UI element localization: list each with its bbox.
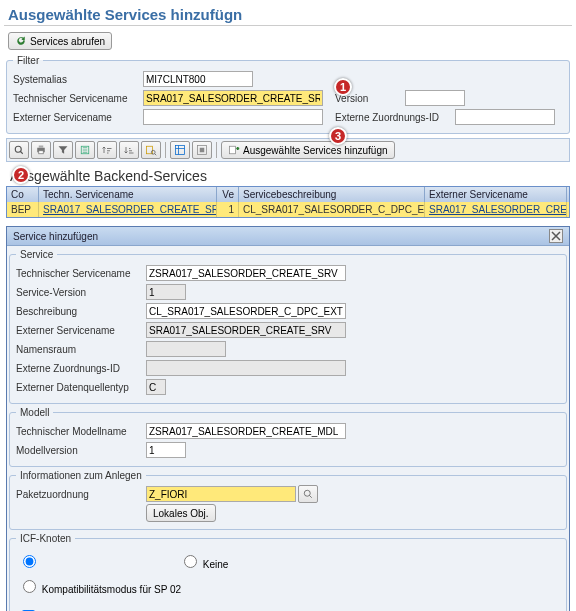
svc-ns-input[interactable] xyxy=(146,341,226,357)
dialog-title: Service hinzufügen xyxy=(13,231,98,242)
svc-extname-input[interactable] xyxy=(146,322,346,338)
add-service-dialog: Service hinzufügen Service Technischer S… xyxy=(6,226,570,611)
svc-extid-input[interactable] xyxy=(146,360,346,376)
model-ver-input[interactable] xyxy=(146,442,186,458)
sysalias-label: Systemalias xyxy=(13,74,143,85)
toolbar-divider xyxy=(216,142,217,158)
svc-version-input[interactable] xyxy=(146,284,186,300)
svc-ns-label: Namensraum xyxy=(16,344,146,355)
filter-legend: Filter xyxy=(13,55,43,66)
cell-desc: CL_SRA017_SALESORDER_C_DPC_EXT xyxy=(239,202,425,217)
icf-group: ICF-Knoten Keine Kompatibilitätsmodus fü… xyxy=(9,533,567,611)
dialog-titlebar: Service hinzufügen xyxy=(7,227,569,246)
svg-rect-9 xyxy=(230,146,236,154)
find-icon[interactable] xyxy=(141,141,161,159)
service-legend: Service xyxy=(16,249,57,260)
anlegen-legend: Informationen zum Anlegen xyxy=(16,470,146,481)
model-group: Modell Technischer Modellname Modellvers… xyxy=(9,407,567,467)
svg-rect-2 xyxy=(39,146,44,148)
techname-label: Technischer Servicename xyxy=(13,93,143,104)
cell-co: BEP xyxy=(7,202,39,217)
radio-none-label: Keine xyxy=(203,559,229,570)
cell-version: 1 xyxy=(217,202,239,217)
backend-services-grid: Co Techn. Servicename Ve Servicebeschrei… xyxy=(6,186,570,218)
callout-2: 2 xyxy=(12,166,30,184)
pkg-search-icon[interactable] xyxy=(298,485,318,503)
radio-compat-label: Kompatibilitätsmodus für SP 02 xyxy=(42,584,181,595)
add-selected-services-label: Ausgewählte Services hinzufügn xyxy=(243,145,388,156)
cell-ext[interactable]: SRA017_SALESORDER_CREATE_SRV xyxy=(425,202,567,217)
svc-extname-label: Externer Servicename xyxy=(16,325,146,336)
col-header-co[interactable]: Co xyxy=(7,187,39,202)
layout-icon[interactable] xyxy=(170,141,190,159)
refresh-services-label: Services abrufen xyxy=(30,36,105,47)
callout-3: 3 xyxy=(329,127,347,145)
grid-heading: Ausgewählte Backend-Services xyxy=(4,166,572,186)
grid-toolbar: Ausgewählte Services hinzufügn xyxy=(6,138,570,162)
service-group: Service Technischer Servicename Service-… xyxy=(9,249,567,404)
toolbar-divider xyxy=(165,142,166,158)
settings-icon[interactable] xyxy=(192,141,212,159)
refresh-services-button[interactable]: Services abrufen xyxy=(8,32,112,50)
svc-techname-label: Technischer Servicename xyxy=(16,268,146,279)
sysalias-input[interactable] xyxy=(143,71,253,87)
svg-point-0 xyxy=(15,146,21,152)
svc-extid-label: Externe Zuordnungs-ID xyxy=(16,363,146,374)
col-header-techname[interactable]: Techn. Servicename xyxy=(39,187,217,202)
extname-input[interactable] xyxy=(143,109,323,125)
svc-desc-input[interactable] xyxy=(146,303,346,319)
radio-compat[interactable]: Kompatibilitätsmodus für SP 02 xyxy=(18,577,181,595)
svg-point-6 xyxy=(151,150,155,154)
radio-default[interactable] xyxy=(18,552,39,570)
radio-none-input[interactable] xyxy=(184,555,197,568)
radio-none[interactable]: Keine xyxy=(179,552,228,570)
radio-compat-input[interactable] xyxy=(23,580,36,593)
add-selected-services-button[interactable]: Ausgewählte Services hinzufügn xyxy=(221,141,395,159)
cell-techname[interactable]: SRA017_SALESORDER_CREATE_SRV xyxy=(39,202,217,217)
version-input[interactable] xyxy=(405,90,465,106)
model-legend: Modell xyxy=(16,407,53,418)
col-header-version[interactable]: Ve xyxy=(217,187,239,202)
local-object-button[interactable]: Lokales Obj. xyxy=(146,504,216,522)
pkg-label: Paketzuordnung xyxy=(16,489,146,500)
cell-techname-link[interactable]: SRA017_SALESORDER_CREATE_SRV xyxy=(43,204,217,215)
cb-mandant[interactable]: Akt.Mandant als StndMandant in ICF-Knote… xyxy=(18,607,274,611)
extname-label: Externer Servicename xyxy=(13,112,143,123)
col-header-desc[interactable]: Servicebeschreibung xyxy=(239,187,425,202)
details-icon[interactable] xyxy=(9,141,29,159)
svc-version-label: Service-Version xyxy=(16,287,146,298)
grid-row[interactable]: BEP SRA017_SALESORDER_CREATE_SRV 1 CL_SR… xyxy=(7,202,569,217)
export-icon[interactable] xyxy=(75,141,95,159)
close-icon[interactable] xyxy=(549,229,563,243)
sort-desc-icon[interactable] xyxy=(119,141,139,159)
callout-1: 1 xyxy=(334,78,352,96)
print-icon[interactable] xyxy=(31,141,51,159)
extid-label: Externe Zuordnungs-ID xyxy=(335,112,455,123)
extid-input[interactable] xyxy=(455,109,555,125)
model-name-label: Technischer Modellname xyxy=(16,426,146,437)
cell-ext-link[interactable]: SRA017_SALESORDER_CREATE_SRV xyxy=(429,204,567,215)
local-object-label: Lokales Obj. xyxy=(153,508,209,519)
svg-rect-3 xyxy=(39,151,44,154)
sort-asc-icon[interactable] xyxy=(97,141,117,159)
col-header-ext[interactable]: Externer Servicename xyxy=(425,187,567,202)
model-ver-label: Modellversion xyxy=(16,445,146,456)
anlegen-group: Informationen zum Anlegen Paketzuordnung… xyxy=(9,470,567,530)
svc-dq-input[interactable] xyxy=(146,379,166,395)
techname-input[interactable] xyxy=(143,90,323,106)
radio-default-input[interactable] xyxy=(23,555,36,568)
icf-legend: ICF-Knoten xyxy=(16,533,75,544)
svg-point-10 xyxy=(304,490,310,496)
filter-icon[interactable] xyxy=(53,141,73,159)
svc-dq-label: Externer Datenquellentyp xyxy=(16,382,146,393)
svc-desc-label: Beschreibung xyxy=(16,306,146,317)
grid-header-row: Co Techn. Servicename Ve Servicebeschrei… xyxy=(7,187,569,202)
page-title: Ausgewählte Services hinzufügn xyxy=(4,4,572,26)
svc-techname-input[interactable] xyxy=(146,265,346,281)
pkg-input[interactable] xyxy=(146,486,296,502)
model-name-input[interactable] xyxy=(146,423,346,439)
svg-rect-7 xyxy=(176,146,185,155)
filter-group: Filter Systemalias Technischer Servicena… xyxy=(6,55,570,134)
